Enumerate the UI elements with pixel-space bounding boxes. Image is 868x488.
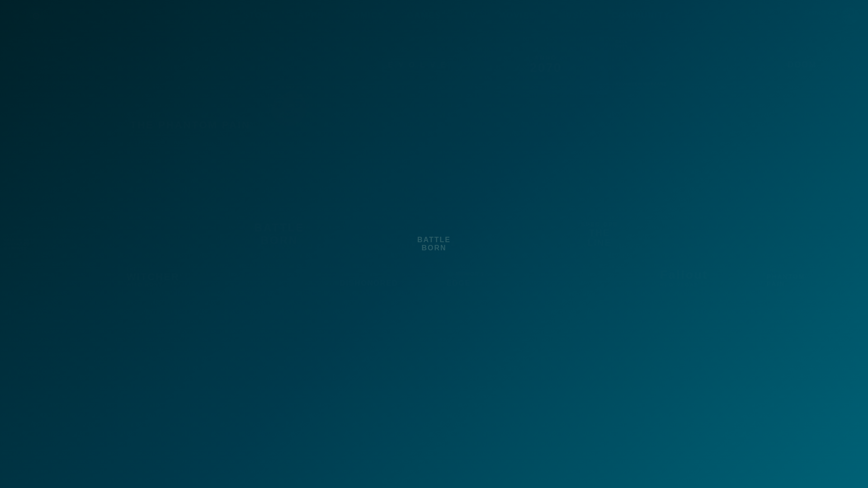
content-area: 🧑 THE PHANTOM PAIN Resume Playing E V O … — [118, 32, 868, 488]
main-layout: FILTER & SORT RECENT ITEMS ADay of Defea… — [0, 32, 868, 488]
game-card-g11[interactable] — [761, 296, 864, 351]
game-grid-row3: E V O L V E ANNO 2070 CALL OF DUTY ADVAN… — [121, 296, 864, 351]
